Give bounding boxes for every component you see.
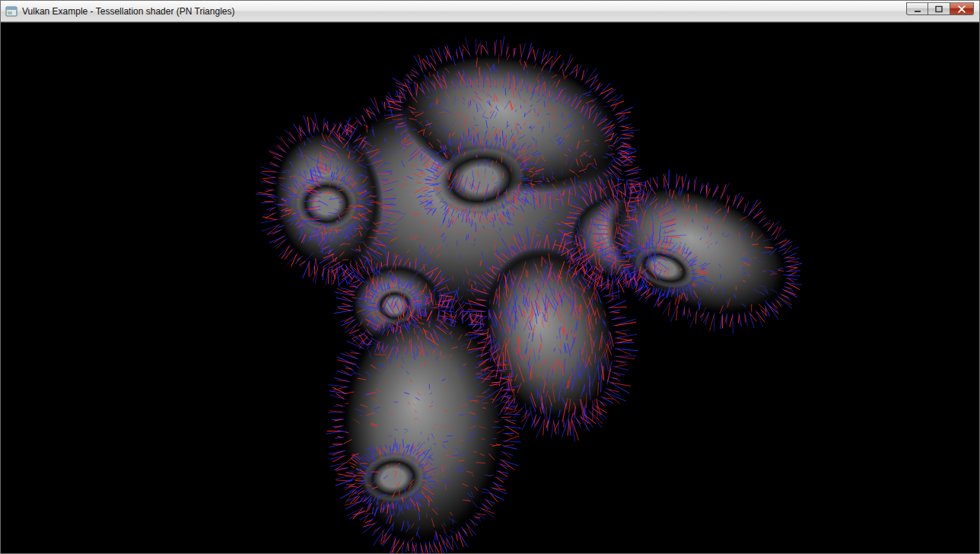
viewport — [1, 22, 979, 553]
app-icon — [5, 5, 18, 18]
app-window: Vulkan Example - Tessellation shader (PN… — [0, 0, 980, 554]
titlebar[interactable]: Vulkan Example - Tessellation shader (PN… — [1, 1, 979, 22]
maximize-button[interactable] — [928, 2, 950, 15]
maximize-icon — [934, 5, 943, 13]
window-title: Vulkan Example - Tessellation shader (PN… — [22, 1, 234, 22]
close-icon — [957, 5, 966, 13]
minimize-icon — [913, 5, 922, 13]
minimize-button[interactable] — [906, 2, 928, 15]
window-controls — [906, 2, 974, 15]
close-button[interactable] — [950, 2, 974, 15]
render-canvas[interactable] — [1, 23, 979, 553]
